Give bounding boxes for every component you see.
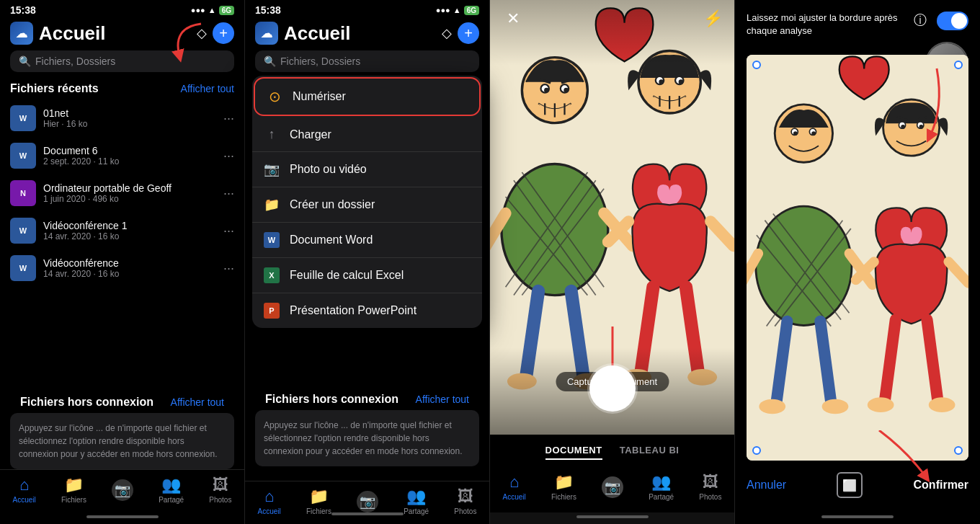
svg-point-72: [929, 398, 956, 413]
svg-point-5: [564, 88, 569, 93]
info-icon[interactable]: ⓘ: [914, 12, 927, 29]
tab-bar-1: ⌂ Accueil 📁 Fichiers 📷 👥 Partagé 🖼 Photo…: [0, 469, 244, 512]
svg-point-71: [868, 398, 894, 413]
dropdown-item-ppt[interactable]: P Présentation PowerPoint: [252, 293, 482, 328]
tab-label-partage-2: Partagé: [404, 507, 429, 515]
tab-accueil-1[interactable]: ⌂ Accueil: [13, 476, 36, 504]
folder-icon-1: 📁: [64, 476, 84, 494]
tab-document[interactable]: DOCUMENT: [545, 442, 602, 460]
tab-fichiers-2[interactable]: 📁 Fichiers: [306, 487, 331, 515]
dropdown-label-ppt: Présentation PowerPoint: [290, 304, 416, 317]
dropdown-item-charger[interactable]: ↑ Charger: [252, 117, 482, 152]
dropdown-menu: ⊙ Numériser ↑ Charger 📷 Photo ou vidéo 📁…: [252, 76, 482, 328]
word-doc-icon: W: [264, 232, 280, 248]
cancel-button[interactable]: Annuler: [747, 479, 786, 492]
more-icon-2[interactable]: ···: [223, 148, 234, 164]
crop-handle-br[interactable]: [954, 446, 963, 455]
offline-header-1: Fichiers hors connexion Afficher tout: [10, 393, 234, 413]
tab-camera-3[interactable]: 📷: [602, 476, 623, 498]
more-icon-5[interactable]: ···: [223, 261, 234, 276]
search-icon-2: 🔍: [264, 55, 276, 67]
scan-doc-icon: ⬜: [842, 479, 857, 492]
dropdown-item-excel[interactable]: X Feuille de calcul Excel: [252, 258, 482, 293]
scan-icon: ⊙: [267, 88, 282, 105]
file-meta-4: 14 avr. 2020 · 16 ko: [43, 231, 216, 241]
recent-link[interactable]: Afficher tout: [181, 83, 234, 94]
file-meta-1: Hier · 16 ko: [43, 119, 216, 129]
offline-box-2: Appuyez sur l'icône ... de n'importe que…: [255, 410, 479, 466]
tab-label-partage-1: Partagé: [159, 496, 184, 504]
red-arrow-1: [151, 20, 208, 63]
plus-button-2[interactable]: +: [458, 22, 479, 44]
crop-handle-bl[interactable]: [752, 446, 761, 455]
svg-point-48: [756, 206, 852, 325]
offline-title-2: Fichiers hors connexion: [265, 393, 398, 406]
tab-partage-2[interactable]: 👥 Partagé: [404, 487, 429, 515]
file-name-4: Vidéoconférence 1: [43, 220, 216, 231]
dropdown-item-numeriser[interactable]: ⊙ Numériser: [254, 77, 481, 116]
tab-fichiers-3[interactable]: 📁 Fichiers: [551, 473, 576, 501]
file-item-01net[interactable]: W 01net Hier · 16 ko ···: [0, 99, 244, 137]
red-arrow-confirm: [901, 65, 958, 151]
plus-button-1[interactable]: +: [213, 22, 234, 44]
app-title-2: Accueil: [284, 22, 433, 45]
tab-partage-1[interactable]: 👥 Partagé: [159, 476, 184, 504]
svg-point-28: [679, 79, 684, 84]
tab-camera-2[interactable]: 📷: [357, 491, 378, 512]
signal-icon: ●●●: [191, 6, 205, 14]
auto-adjust-toggle[interactable]: [937, 12, 968, 30]
time-2: 15:38: [255, 4, 281, 16]
tab-accueil-3[interactable]: ⌂ Accueil: [503, 473, 526, 501]
file-item-doc6[interactable]: W Document 6 2 sept. 2020 · 11 ko ···: [0, 137, 244, 174]
svg-point-22: [507, 373, 537, 390]
ppt-icon: P: [264, 303, 280, 319]
diamond-icon-2[interactable]: ◇: [442, 25, 452, 41]
capture-button[interactable]: [589, 365, 636, 412]
dropdown-item-folder[interactable]: 📁 Créer un dossier: [252, 187, 482, 223]
folder-create-icon: 📁: [264, 197, 280, 213]
tab-label-photos-1: Photos: [209, 496, 231, 504]
camera-image-area: Capture un document: [490, 0, 734, 435]
home-icon-1: ⌂: [19, 476, 29, 494]
dropdown-item-photo[interactable]: 📷 Photo ou vidéo: [252, 152, 482, 187]
tab-tableau[interactable]: TABLEAU BI: [620, 442, 680, 460]
search-bar-2[interactable]: 🔍 Fichiers, Dossiers: [255, 50, 479, 72]
wifi-icon-2: ▲: [453, 6, 461, 14]
file-item-video1[interactable]: W Vidéoconférence 1 14 avr. 2020 · 16 ko…: [0, 212, 244, 249]
search-placeholder-1: Fichiers, Dossiers: [35, 55, 115, 67]
more-icon-3[interactable]: ···: [223, 186, 234, 201]
offline-section-2-partial: Fichiers hors connexion Afficher tout Ap…: [245, 390, 489, 466]
tab-camera-1[interactable]: 📷: [112, 479, 133, 501]
tab-label-photos-2: Photos: [454, 507, 476, 515]
camera-tab-bar: ⌂ Accueil 📁 Fichiers 📷 👥 Partagé 🖼 Photo…: [490, 467, 734, 512]
tab-partage-3[interactable]: 👥 Partagé: [649, 473, 674, 501]
tab-photos-2[interactable]: 🖼 Photos: [454, 487, 476, 515]
tab-accueil-2[interactable]: ⌂ Accueil: [258, 487, 281, 515]
tab-photos-1[interactable]: 🖼 Photos: [209, 476, 231, 504]
scan-icon-button[interactable]: ⬜: [837, 472, 863, 498]
close-button[interactable]: ✕: [502, 7, 525, 30]
more-icon-1[interactable]: ···: [223, 111, 234, 126]
tab-label-partage-3: Partagé: [649, 493, 674, 501]
svg-point-44: [793, 132, 798, 136]
offline-link-1[interactable]: Afficher tout: [171, 396, 224, 408]
more-icon-4[interactable]: ···: [223, 223, 234, 239]
panel3-camera: ✕ ⚡: [490, 0, 735, 524]
share-icon-2: 👥: [406, 487, 426, 506]
tab-label-photos-3: Photos: [699, 493, 721, 501]
offline-link-2[interactable]: Afficher tout: [416, 394, 469, 405]
file-item-video[interactable]: W Vidéoconférence 14 avr. 2020 · 16 ko ·…: [0, 249, 244, 287]
camera-tab-icon-1: 📷: [112, 479, 133, 501]
app-logo-1: ☁: [10, 22, 33, 45]
signal-icon-2: ●●●: [436, 6, 450, 14]
dropdown-item-word[interactable]: W Document Word: [252, 223, 482, 258]
file-item-geoff[interactable]: N Ordinateur portable de Geoff 1 juin 20…: [0, 174, 244, 212]
tab-fichiers-1[interactable]: 📁 Fichiers: [61, 476, 86, 504]
tab-photos-3[interactable]: 🖼 Photos: [699, 473, 721, 501]
offline-header-2: Fichiers hors connexion Afficher tout: [255, 390, 479, 410]
flash-icon[interactable]: ⚡: [703, 9, 723, 28]
word-icon-3: W: [10, 218, 36, 244]
share-icon-3: 👥: [651, 473, 671, 492]
panel4-confirm: Laissez moi ajuster la bordure après cha…: [735, 0, 980, 524]
confirm-description: Laissez moi ajuster la bordure après cha…: [747, 12, 904, 37]
